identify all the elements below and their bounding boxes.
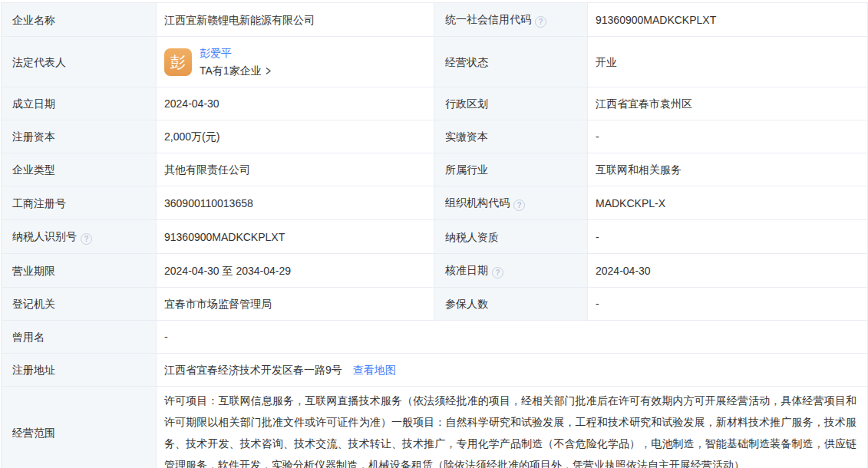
field-value-insured-count: - xyxy=(588,288,868,321)
field-value-registered-capital: 2,000万(元) xyxy=(157,120,434,153)
field-value-establish-date: 2024-04-30 xyxy=(157,87,434,120)
table-row: 营业期限 2024-04-30 至 2034-04-29 核准日期 2024-0… xyxy=(2,254,868,288)
table-row: 注册地址 江西省宜春经济技术开发区春一路9号查看地图 xyxy=(2,354,868,387)
field-value-legal-rep: 彭 彭爱平 TA有1家企业 xyxy=(157,37,434,87)
field-label-registered-address: 注册地址 xyxy=(2,354,157,387)
field-value-registration-authority: 宜春市市场监督管理局 xyxy=(157,288,434,321)
table-row: 成立日期 2024-04-30 行政区划 江西省宜春市袁州区 xyxy=(2,87,868,120)
table-row: 企业类型 其他有限责任公司 所属行业 互联网和相关服务 xyxy=(2,153,868,186)
company-info-table: 企业名称 江西宜新赣锂电新能源有限公司 统一社会信用代码 91360900MAD… xyxy=(1,2,868,468)
table-row: 纳税人识别号 91360900MADKCKPLXT 纳税人资质 - xyxy=(2,220,868,254)
field-label-business-scope: 经营范围 xyxy=(2,387,157,468)
field-label-former-name: 曾用名 xyxy=(2,321,157,354)
chevron-right-icon xyxy=(265,68,272,74)
field-label-registration-no: 工商注册号 xyxy=(2,186,157,220)
field-value-registration-no: 360900110013658 xyxy=(157,186,434,220)
field-label-taxpayer-qualification: 纳税人资质 xyxy=(434,220,588,254)
field-label-admin-division: 行政区划 xyxy=(434,87,588,120)
field-value-approval-date: 2024-04-30 xyxy=(588,254,868,288)
help-icon[interactable] xyxy=(81,233,92,245)
field-label-credit-code: 统一社会信用代码 xyxy=(434,3,588,37)
field-value-registered-address: 江西省宜春经济技术开发区春一路9号查看地图 xyxy=(157,354,868,387)
table-row: 工商注册号 360900110013658 组织机构代码 MADKCKPL-X xyxy=(2,186,868,220)
table-row: 经营范围 许可项目：互联网信息服务，互联网直播技术服务（依法须经批准的项目，经相… xyxy=(2,387,868,468)
field-value-company-name: 江西宜新赣锂电新能源有限公司 xyxy=(157,3,434,37)
field-value-credit-code: 91360900MADKCKPLXT xyxy=(588,3,868,37)
field-value-status: 开业 xyxy=(588,37,868,87)
field-value-business-scope: 许可项目：互联网信息服务，互联网直播技术服务（依法须经批准的项目，经相关部门批准… xyxy=(157,387,868,468)
field-label-industry: 所属行业 xyxy=(434,153,588,186)
field-label-status: 经营状态 xyxy=(434,37,588,87)
field-label-establish-date: 成立日期 xyxy=(2,87,157,120)
field-value-taxpayer-qualification: - xyxy=(588,220,868,254)
help-icon[interactable] xyxy=(492,267,503,278)
legal-rep-companies-link[interactable]: TA有1家企业 xyxy=(200,63,272,78)
view-map-link[interactable]: 查看地图 xyxy=(353,364,396,376)
field-label-approval-date: 核准日期 xyxy=(434,254,588,288)
field-value-admin-division: 江西省宜春市袁州区 xyxy=(588,87,868,120)
table-row: 曾用名 - xyxy=(2,321,868,354)
help-icon[interactable] xyxy=(535,16,546,28)
legal-rep-name-link[interactable]: 彭爱平 xyxy=(200,45,272,61)
business-info-panel: 企业名称 江西宜新赣锂电新能源有限公司 统一社会信用代码 91360900MAD… xyxy=(0,0,868,468)
field-label-company-name: 企业名称 xyxy=(2,3,157,37)
field-value-taxpayer-id: 91360900MADKCKPLXT xyxy=(157,220,434,254)
field-value-org-code: MADKCKPL-X xyxy=(588,186,868,220)
field-label-org-code: 组织机构代码 xyxy=(434,186,588,220)
field-label-taxpayer-id: 纳税人识别号 xyxy=(2,220,157,254)
table-row: 登记机关 宜春市市场监督管理局 参保人数 - xyxy=(2,288,868,321)
field-value-company-type: 其他有限责任公司 xyxy=(157,153,434,186)
legal-rep-avatar[interactable]: 彭 xyxy=(164,48,192,76)
table-row: 企业名称 江西宜新赣锂电新能源有限公司 统一社会信用代码 91360900MAD… xyxy=(2,3,868,37)
field-label-company-type: 企业类型 xyxy=(2,153,157,186)
table-row: 法定代表人 彭 彭爱平 TA有1家企业 经营状态 开业 xyxy=(2,37,868,87)
field-label-paid-capital: 实缴资本 xyxy=(434,120,588,153)
field-value-business-term: 2024-04-30 至 2034-04-29 xyxy=(157,254,434,288)
field-label-insured-count: 参保人数 xyxy=(434,288,588,321)
field-label-legal-rep: 法定代表人 xyxy=(2,37,157,87)
field-value-former-name: - xyxy=(157,321,868,354)
field-value-paid-capital: - xyxy=(588,120,868,153)
field-value-industry: 互联网和相关服务 xyxy=(588,153,868,186)
help-icon[interactable] xyxy=(513,199,525,211)
field-label-registered-capital: 注册资本 xyxy=(2,120,157,153)
table-row: 注册资本 2,000万(元) 实缴资本 - xyxy=(2,120,868,153)
field-label-business-term: 营业期限 xyxy=(2,254,157,288)
field-label-registration-authority: 登记机关 xyxy=(2,288,157,321)
